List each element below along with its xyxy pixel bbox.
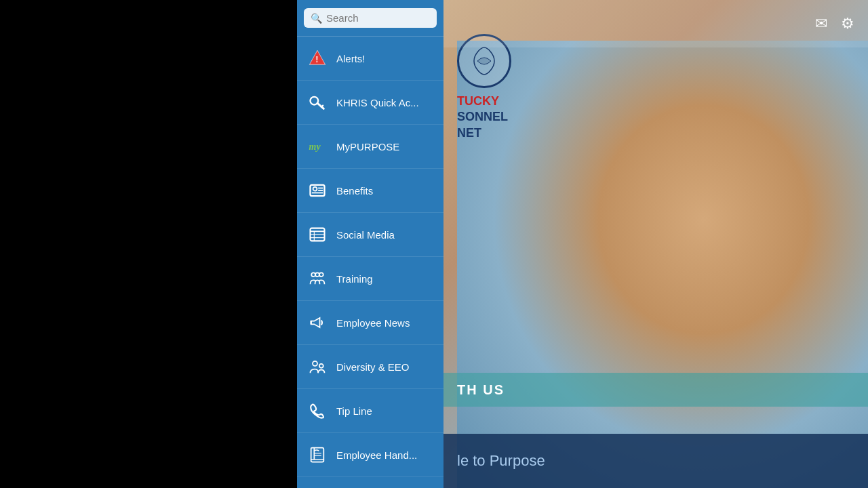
header-bar: ✉ ⚙: [443, 0, 868, 47]
sidebar-item-training[interactable]: Training: [297, 257, 443, 301]
bottom-banner: le to Purpose: [443, 434, 868, 488]
search-icon: 🔍: [311, 13, 322, 24]
diversity-icon: [305, 354, 330, 379]
key-icon: [305, 90, 330, 115]
news-icon: [305, 310, 330, 335]
benefits-icon: [305, 178, 330, 203]
ky-line2: SONNEL: [457, 110, 508, 123]
phone-icon: [305, 399, 330, 423]
sidebar-item-social-media[interactable]: Social Media: [297, 213, 443, 257]
mail-icon[interactable]: ✉: [815, 15, 827, 33]
search-bar: 🔍: [297, 0, 443, 37]
with-us-banner: TH US: [443, 373, 868, 407]
my-icon: my: [305, 134, 330, 159]
training-icon: [305, 266, 330, 291]
svg-marker-19: [311, 318, 320, 327]
training-label: Training: [336, 273, 373, 285]
benefits-label: Benefits: [336, 185, 373, 197]
mypurpose-label: MyPURPOSE: [336, 141, 399, 152]
ky-text: TUCKY SONNEL NET: [457, 94, 508, 141]
sidebar: 🔍 ! Alerts! KHRIS Qu: [297, 0, 443, 488]
tip-line-label: Tip Line: [336, 405, 372, 417]
sidebar-item-calendar[interactable]: Calendar: [297, 477, 443, 488]
sidebar-item-tip-line[interactable]: Tip Line: [297, 389, 443, 433]
svg-point-18: [315, 272, 319, 277]
settings-icon[interactable]: ⚙: [841, 15, 854, 33]
alert-icon: !: [305, 46, 330, 70]
ky-line3: NET: [457, 126, 481, 140]
sidebar-item-khris[interactable]: KHRIS Quick Ac...: [297, 81, 443, 125]
employee-news-label: Employee News: [336, 317, 410, 329]
svg-text:my: my: [309, 142, 321, 152]
bottom-banner-text: le to Purpose: [457, 452, 545, 470]
search-wrapper[interactable]: 🔍: [304, 8, 437, 28]
sidebar-item-employee-hand[interactable]: Employee Hand...: [297, 433, 443, 477]
employee-hand-label: Employee Hand...: [336, 449, 417, 461]
ky-logo: TUCKY SONNEL NET: [457, 34, 559, 142]
right-panel: TUCKY SONNEL NET TH US le to Purpose: [443, 0, 868, 488]
social-label: Social Media: [336, 229, 395, 241]
sidebar-item-diversity[interactable]: Diversity & EEO: [297, 345, 443, 389]
svg-text:!: !: [315, 54, 318, 64]
sidebar-item-benefits[interactable]: Benefits: [297, 169, 443, 213]
social-icon: [305, 222, 330, 247]
sidebar-item-employee-news[interactable]: Employee News: [297, 301, 443, 345]
book-icon: [305, 443, 330, 467]
svg-point-7: [313, 187, 317, 191]
svg-line-4: [321, 106, 323, 107]
alerts-label: Alerts!: [336, 53, 366, 64]
with-us-text: TH US: [457, 382, 505, 398]
diversity-label: Diversity & EEO: [336, 361, 410, 373]
search-input[interactable]: [326, 12, 430, 24]
sidebar-item-mypurpose[interactable]: my MyPURPOSE: [297, 125, 443, 169]
svg-point-22: [319, 364, 323, 368]
nav-list: ! Alerts! KHRIS Quick Ac... my: [297, 37, 443, 488]
sidebar-item-alerts[interactable]: ! Alerts!: [297, 37, 443, 81]
svg-point-21: [313, 361, 317, 366]
ky-line1: TUCKY: [457, 94, 499, 108]
khris-label: KHRIS Quick Ac...: [336, 97, 419, 108]
